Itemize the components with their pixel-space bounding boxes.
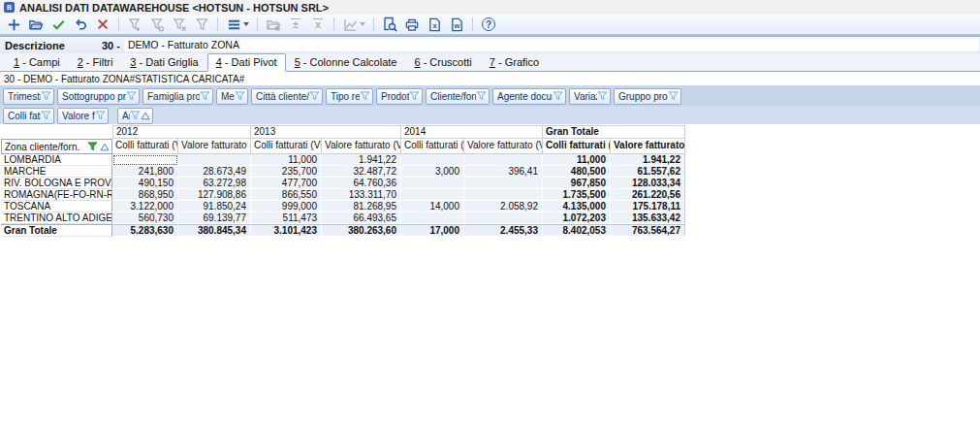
pivot-value-cell[interactable]: 241,800	[112, 166, 178, 178]
pivot-value-cell[interactable]: 1.941,22	[611, 154, 685, 166]
pivot-value-cell[interactable]: 1.941,22	[322, 154, 401, 166]
pivot-column-field-anno[interactable]: Anno	[117, 108, 153, 124]
measure-header[interactable]: Valore fatturato (VEN)	[464, 139, 543, 154]
pivot-value-cell[interactable]: 63.272,98	[178, 178, 251, 189]
export-word-button[interactable]: w	[448, 16, 465, 33]
pivot-value-cell[interactable]: 868,950	[112, 189, 178, 201]
pivot-value-cell[interactable]: 477,700	[251, 178, 322, 189]
pivot-data-field-2[interactable]: Valore fa...	[57, 108, 109, 124]
zone-label[interactable]: TOSCANA	[1, 201, 112, 212]
pivot-value-cell[interactable]: 127.908,86	[178, 189, 251, 201]
tab-dati-pivot[interactable]: 4 - Dati Pivot	[207, 53, 286, 72]
measure-header[interactable]: Colli fatturati (...	[543, 139, 611, 154]
pivot-value-cell[interactable]: 91.850,24	[178, 201, 251, 212]
pivot-value-cell[interactable]: 999,000	[251, 201, 322, 212]
pivot-value-cell[interactable]	[401, 154, 464, 166]
column-group-header[interactable]: 2012	[112, 125, 251, 139]
pivot-data-field-1[interactable]: Colli fatt.	[3, 108, 54, 124]
pivot-value-cell[interactable]: 11,000	[543, 154, 611, 166]
column-group-header[interactable]: Gran Totale	[543, 125, 685, 139]
pivot-value-cell[interactable]: 967,850	[543, 178, 611, 189]
add-button[interactable]	[5, 16, 22, 33]
measure-header[interactable]: Colli fatturati (VEN)	[401, 139, 464, 154]
tab-campi[interactable]: 1 - Campi	[5, 54, 69, 71]
grand-total-cell[interactable]: 17,000	[401, 224, 464, 237]
pivot-value-cell[interactable]: 81.268,95	[322, 201, 401, 212]
measure-header[interactable]: Valore fatturato (VEN)	[322, 139, 401, 154]
pivot-value-cell[interactable]: 490,150	[112, 178, 178, 189]
pivot-value-cell[interactable]: 511,473	[251, 212, 322, 224]
tab-grafico[interactable]: 7 - Grafico	[481, 54, 548, 71]
measure-header[interactable]: Colli fatturati (VEN)	[112, 139, 178, 154]
pivot-value-cell[interactable]: 64.760,36	[322, 178, 401, 189]
pivot-value-cell[interactable]	[464, 178, 543, 189]
pivot-value-cell[interactable]	[401, 178, 464, 189]
row-header-zona[interactable]: Zona cliente/forn.	[1, 139, 112, 154]
pivot-field-9[interactable]: Agente documenti	[492, 88, 566, 105]
pivot-value-cell[interactable]: 32.487,72	[322, 166, 401, 178]
export-excel-button[interactable]: x	[426, 16, 443, 33]
pivot-field-4[interactable]: Mesi	[216, 88, 248, 105]
pivot-field-2[interactable]: Sottogruppo prodotti	[57, 88, 140, 105]
pivot-value-cell[interactable]: 4.135,000	[543, 201, 611, 212]
menu-button[interactable]	[225, 16, 250, 33]
pivot-value-cell[interactable]: 128.033,34	[611, 178, 685, 189]
grand-total-cell[interactable]: 763.564,27	[611, 224, 685, 237]
pivot-value-cell[interactable]: 135.633,42	[611, 212, 685, 224]
column-group-header[interactable]: 2013	[251, 125, 401, 139]
help-button[interactable]: ?	[480, 16, 497, 33]
pivot-value-cell[interactable]: 396,41	[464, 166, 543, 178]
pivot-value-cell[interactable]: 1.072,203	[543, 212, 611, 224]
cancel-button[interactable]	[94, 16, 111, 33]
description-field[interactable]: DEMO - Fatturato ZONA	[124, 39, 979, 51]
grand-total-cell[interactable]: 8.402,053	[543, 224, 611, 237]
pivot-value-cell[interactable]: 3,000	[401, 166, 464, 178]
pivot-value-cell[interactable]: 66.493,65	[322, 212, 401, 224]
pivot-value-cell[interactable]: 69.139,77	[178, 212, 251, 224]
pivot-value-cell[interactable]	[464, 154, 543, 166]
tab-cruscotti[interactable]: 6 - Cruscotti	[405, 54, 480, 71]
measure-header[interactable]: Colli fatturati (VEN)	[251, 139, 322, 154]
pivot-value-cell[interactable]: 2.058,92	[464, 201, 543, 212]
measure-header[interactable]: Valore fatturato (...	[611, 139, 685, 154]
confirm-button[interactable]	[49, 16, 67, 33]
print-preview-button[interactable]	[381, 16, 398, 33]
pivot-field-6[interactable]: Tipo record	[326, 88, 373, 105]
zone-label[interactable]: TRENTINO ALTO ADIGE	[1, 212, 112, 224]
pivot-value-cell[interactable]: 261.220,56	[611, 189, 685, 201]
pivot-field-7[interactable]: Prodotti	[376, 88, 423, 105]
pivot-value-cell[interactable]: 480,500	[543, 166, 611, 178]
pivot-value-cell[interactable]: 133.311,70	[322, 189, 401, 201]
zone-label[interactable]: RIV. BOLOGNA E PROV.	[1, 178, 112, 189]
pivot-field-11[interactable]: Gruppo prodotti	[614, 88, 681, 105]
tab-dati-griglia[interactable]: 3 - Dati Griglia	[121, 54, 206, 71]
grand-total-label[interactable]: Gran Totale	[1, 224, 112, 237]
pivot-value-cell[interactable]: 61.557,62	[611, 166, 685, 178]
pivot-value-cell[interactable]	[112, 154, 178, 166]
pivot-field-8[interactable]: Cliente/forn.	[426, 88, 490, 105]
pivot-value-cell[interactable]	[464, 212, 543, 224]
pivot-field-5[interactable]: Città cliente/forn.	[251, 88, 323, 105]
pivot-value-cell[interactable]: 175.178,11	[611, 201, 685, 212]
pivot-value-cell[interactable]: 866,550	[251, 189, 322, 201]
pivot-value-cell[interactable]	[464, 189, 543, 201]
pivot-field-3[interactable]: Famiglia prodotti	[142, 88, 213, 105]
grand-total-cell[interactable]: 3.101,423	[251, 224, 322, 237]
zone-label[interactable]: ROMAGNA(FE-FO-RN-RA)	[1, 189, 112, 201]
zone-label[interactable]: MARCHE	[1, 166, 112, 178]
tab-filtri[interactable]: 2 - Filtri	[69, 54, 122, 71]
zone-label[interactable]: LOMBARDIA	[1, 154, 112, 166]
grand-total-cell[interactable]: 2.455,33	[464, 224, 543, 237]
open-button[interactable]	[27, 16, 45, 33]
pivot-value-cell[interactable]	[401, 189, 464, 201]
print-button[interactable]	[403, 16, 421, 33]
grand-total-cell[interactable]: 5.283,630	[112, 224, 178, 237]
pivot-field-1[interactable]: Trimestri	[3, 88, 54, 105]
pivot-value-cell[interactable]: 14,000	[401, 201, 464, 212]
pivot-field-10[interactable]: Variazioni	[569, 88, 611, 105]
pivot-value-cell[interactable]	[401, 212, 464, 224]
pivot-value-cell[interactable]	[178, 154, 251, 166]
pivot-value-cell[interactable]: 1.735,500	[543, 189, 611, 201]
grand-total-cell[interactable]: 380.845,34	[178, 224, 251, 237]
pivot-value-cell[interactable]: 560,730	[112, 212, 178, 224]
